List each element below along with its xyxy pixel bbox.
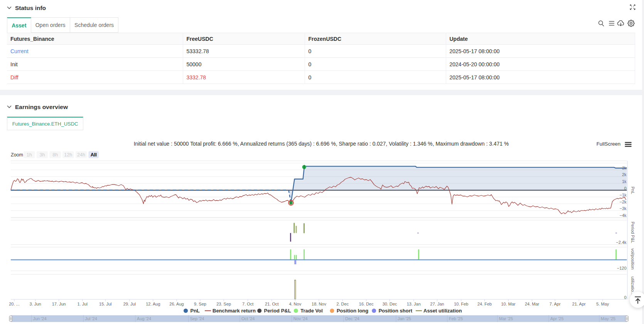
svg-text:PnL: PnL xyxy=(191,308,200,314)
svg-text:16. Dec: 16. Dec xyxy=(359,302,374,306)
svg-text:May '25: May '25 xyxy=(601,316,615,321)
svg-text:−120: −120 xyxy=(617,266,627,270)
svg-text:2k: 2k xyxy=(622,172,627,177)
svg-text:5. May: 5. May xyxy=(596,302,609,306)
svg-text:−4k: −4k xyxy=(619,213,627,218)
svg-text:18. Nov: 18. Nov xyxy=(312,302,326,306)
svg-text:−1k: −1k xyxy=(619,193,627,197)
svg-text:24. Feb: 24. Feb xyxy=(477,302,492,306)
svg-text:24h: 24h xyxy=(77,152,85,158)
svg-text:Asset utilization: Asset utilization xyxy=(423,308,462,314)
svg-text:3h: 3h xyxy=(39,152,45,158)
svg-text:13. Jan: 13. Jan xyxy=(407,302,421,306)
svg-text:1k: 1k xyxy=(622,179,627,184)
svg-text:Jan '25: Jan '25 xyxy=(398,316,411,321)
svg-text:−2.4k: −2.4k xyxy=(616,240,627,245)
svg-text:7. Apr: 7. Apr xyxy=(550,302,561,306)
svg-text:12h: 12h xyxy=(64,152,72,158)
svg-text:9. Sep: 9. Sep xyxy=(194,302,206,306)
svg-text:20. ...: 20. ... xyxy=(9,302,20,306)
svg-text:Initial net value : 50000 Tota: Initial net value : 50000 Total profit: … xyxy=(134,141,509,147)
svg-text:21. Apr: 21. Apr xyxy=(572,302,586,306)
svg-text:Jun '24: Jun '24 xyxy=(33,316,46,321)
svg-text:10. Feb: 10. Feb xyxy=(454,302,468,306)
svg-text:3k: 3k xyxy=(622,166,627,170)
svg-text:Feb '25: Feb '25 xyxy=(449,316,463,321)
svg-text:23. Sep: 23. Sep xyxy=(216,302,231,306)
svg-text:0: 0 xyxy=(624,186,626,191)
svg-text:Sep '24: Sep '24 xyxy=(190,316,204,321)
svg-text:FullScreen: FullScreen xyxy=(597,141,620,147)
svg-text:Zoom: Zoom xyxy=(11,152,23,158)
svg-text:27. Jan: 27. Jan xyxy=(430,302,444,306)
svg-text:PnL: PnL xyxy=(631,186,635,194)
svg-text:1. Jul: 1. Jul xyxy=(78,302,88,306)
svg-text:12. Aug: 12. Aug xyxy=(146,302,160,306)
svg-text:0: 0 xyxy=(624,295,626,300)
svg-text:17. Jun: 17. Jun xyxy=(52,302,66,306)
svg-text:29. Jul: 29. Jul xyxy=(123,302,136,306)
svg-text:Nov '24: Nov '24 xyxy=(293,316,308,321)
svg-text:vol/position: vol/position xyxy=(631,248,635,269)
svg-text:−3k: −3k xyxy=(619,206,627,211)
svg-text:Dec '24: Dec '24 xyxy=(345,316,359,321)
svg-text:Mar '25: Mar '25 xyxy=(499,316,513,321)
svg-text:26. Aug: 26. Aug xyxy=(169,302,184,306)
svg-text:1h: 1h xyxy=(27,152,32,158)
svg-text:15. Jul: 15. Jul xyxy=(99,302,111,306)
svg-text:−2k: −2k xyxy=(619,200,627,204)
svg-text:2. Dec: 2. Dec xyxy=(336,302,349,306)
svg-text:Period P&L: Period P&L xyxy=(264,308,291,314)
svg-text:All: All xyxy=(91,152,97,158)
svg-text:Position short: Position short xyxy=(379,308,413,314)
svg-text:Benchmark return: Benchmark return xyxy=(212,308,256,314)
svg-text:Aug '24: Aug '24 xyxy=(137,316,151,321)
svg-text:10. Mar: 10. Mar xyxy=(501,302,516,306)
svg-text:24. Mar: 24. Mar xyxy=(525,302,539,306)
svg-text:8h: 8h xyxy=(52,152,58,158)
svg-text:30. Dec: 30. Dec xyxy=(383,302,397,306)
svg-text:Oct '24: Oct '24 xyxy=(241,316,255,321)
svg-text:Apr '25: Apr '25 xyxy=(550,316,564,321)
svg-text:21. Oct: 21. Oct xyxy=(265,302,278,306)
svg-text:Period P&L: Period P&L xyxy=(631,222,635,243)
svg-text:Position long: Position long xyxy=(337,308,368,314)
svg-text:Jul '24: Jul '24 xyxy=(85,316,97,321)
svg-text:3. Jun: 3. Jun xyxy=(30,302,41,306)
svg-text:7. Oct: 7. Oct xyxy=(242,302,253,306)
svg-text:Trade Vol: Trade Vol xyxy=(300,308,323,314)
svg-text:4. Nov: 4. Nov xyxy=(289,302,301,306)
